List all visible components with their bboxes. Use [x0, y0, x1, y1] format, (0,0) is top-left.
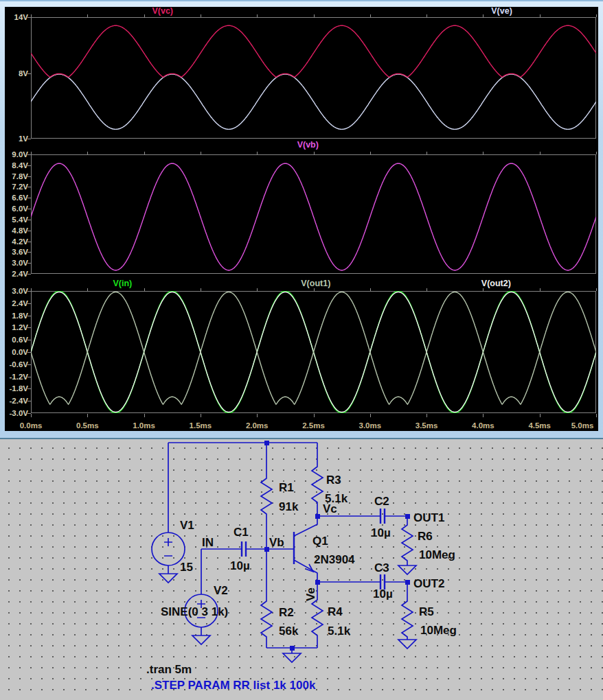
net-label-ve[interactable]: Ve — [304, 587, 317, 601]
y-tick-label: 6.0V — [5, 205, 28, 213]
y-tick-label: 4.2V — [5, 237, 28, 246]
ground-symbol-v2[interactable] — [192, 635, 210, 644]
label-c1-value[interactable]: 10µ — [230, 559, 250, 572]
y-tick-label: 6.6V — [5, 194, 28, 202]
y-tick-mark — [27, 274, 31, 275]
ground-symbol-r5[interactable] — [398, 640, 416, 649]
resistor-R1[interactable] — [261, 443, 272, 549]
x-tick-mark — [201, 414, 201, 417]
net-label-out1[interactable]: OUT1 — [413, 511, 444, 524]
x-tick-label: 4.0ms — [467, 421, 499, 430]
trace-V(vc) — [31, 25, 596, 77]
x-tick-label: 1.5ms — [185, 421, 216, 430]
capacitor-C1[interactable] — [242, 541, 246, 557]
resistor-R5[interactable] — [402, 582, 413, 640]
label-v1-value[interactable]: 15 — [180, 561, 193, 574]
transistor-Q1[interactable] — [294, 516, 317, 582]
label-r6-value[interactable]: 10Meg — [419, 548, 455, 561]
y-tick-label: 1V — [5, 135, 28, 143]
resistor-R2[interactable] — [261, 549, 272, 648]
y-tick-label: 3.0V — [5, 259, 28, 267]
x-tick-label: 2.5ms — [298, 421, 330, 430]
trace-label-V(vb): V(vb) — [260, 141, 356, 150]
x-tick-mark — [370, 414, 371, 417]
label-r1-name[interactable]: R1 — [279, 481, 294, 494]
ground-symbol-v1[interactable] — [159, 574, 177, 583]
x-tick-mark — [483, 414, 483, 417]
label-v1-name[interactable]: V1 — [180, 519, 194, 532]
resistor-R3[interactable] — [312, 443, 323, 516]
y-tick-label: 7.8V — [5, 172, 28, 180]
y-tick-label: -2.4V — [5, 397, 28, 405]
label-r5-value[interactable]: 10Meg — [420, 624, 457, 637]
y-tick-label: 1.8V — [5, 312, 28, 320]
label-r2-value[interactable]: 56k — [279, 625, 299, 638]
x-tick-mark — [596, 288, 597, 291]
schematic-editor[interactable]: V1 15 V2 SINE(0 3 1k) C1 10µ R1 91k R3 5… — [0, 439, 603, 700]
wire-junctions — [264, 441, 410, 651]
label-v2-value[interactable]: SINE(0 3 1k) — [161, 605, 228, 618]
label-r6-name[interactable]: R6 — [418, 530, 433, 543]
y-tick-label: 2.4V — [5, 299, 28, 307]
capacitor-C2[interactable] — [380, 509, 385, 524]
label-c2-value[interactable]: 10µ — [371, 526, 391, 539]
label-r4-name[interactable]: R4 — [328, 605, 343, 618]
y-tick-label: 3.0V — [5, 287, 28, 295]
label-c3-name[interactable]: C3 — [374, 561, 389, 574]
label-r1-value[interactable]: 91k — [279, 500, 299, 513]
label-q1-name[interactable]: Q1 — [312, 535, 328, 548]
label-v2-name[interactable]: V2 — [214, 584, 228, 597]
label-r2-name[interactable]: R2 — [279, 606, 294, 619]
ground-symbol-r6[interactable] — [398, 565, 416, 574]
net-label-in[interactable]: IN — [202, 536, 214, 549]
pane-1-traces — [31, 17, 596, 139]
x-tick-label: 0.5ms — [71, 421, 103, 430]
label-c1-name[interactable]: C1 — [234, 526, 249, 539]
pane-2-traces — [31, 154, 596, 274]
y-tick-label: 7.2V — [5, 183, 28, 191]
pane-3-traces — [31, 291, 596, 413]
trace-V(vb) — [31, 163, 596, 270]
y-tick-label: -1.2V — [5, 373, 28, 381]
trace-V(out1) — [31, 292, 596, 405]
trace-label-V(out2): V(out2) — [448, 279, 544, 288]
x-tick-label: 5.0ms — [567, 421, 598, 430]
y-tick-label: 8.4V — [5, 161, 28, 170]
x-tick-label: 3.5ms — [411, 421, 442, 430]
label-r4-value[interactable]: 5.1k — [328, 625, 351, 638]
waveform-plot-area[interactable]: V(vc)V(ve)14V8V1VV(vb)9.0V8.4V7.8V7.2V6.… — [5, 7, 598, 431]
schematic-canvas[interactable]: V1 15 V2 SINE(0 3 1k) C1 10µ R1 91k R3 5… — [0, 439, 603, 700]
x-tick-label: 4.5ms — [524, 421, 556, 430]
label-q1-value[interactable]: 2N3904 — [314, 553, 355, 566]
x-tick-mark — [596, 152, 597, 154]
y-tick-label: 3.6V — [5, 248, 28, 256]
y-tick-mark — [27, 139, 31, 139]
net-label-vc[interactable]: Vc — [323, 502, 337, 515]
x-tick-mark — [426, 414, 427, 417]
x-tick-label: 1.0ms — [128, 421, 160, 430]
y-tick-label: 4.8V — [5, 226, 28, 235]
waveform-viewer-frame: V(vc)V(ve)14V8V1VV(vb)9.0V8.4V7.8V7.2V6.… — [0, 0, 603, 439]
y-tick-label: 1.2V — [5, 323, 28, 331]
x-tick-label: 2.0ms — [241, 421, 273, 430]
label-r5-name[interactable]: R5 — [419, 605, 434, 618]
trace-label-V(out1): V(out1) — [268, 279, 364, 288]
y-tick-label: -3.0V — [5, 409, 28, 417]
label-r3-name[interactable]: R3 — [326, 474, 341, 487]
label-c2-name[interactable]: C2 — [374, 495, 389, 508]
trace-V(ve) — [31, 74, 596, 129]
trace-label-V(in): V(in) — [74, 279, 170, 288]
trace-label-V(ve): V(ve) — [454, 7, 550, 16]
directive-step[interactable]: .STEP PARAM RR list 1k 100k — [151, 679, 316, 692]
x-tick-mark — [144, 414, 145, 417]
x-tick-mark — [540, 414, 541, 417]
y-tick-label: -0.6V — [5, 360, 28, 369]
x-tick-mark — [596, 14, 597, 17]
resistor-R6[interactable] — [402, 516, 413, 565]
net-label-vb[interactable]: Vb — [269, 536, 284, 549]
net-label-out2[interactable]: OUT2 — [413, 577, 444, 590]
directive-tran[interactable]: .tran 5m — [146, 663, 192, 676]
label-c3-value[interactable]: 10µ — [373, 587, 393, 600]
x-tick-mark — [257, 414, 258, 417]
y-tick-label: 0.6V — [5, 336, 28, 344]
